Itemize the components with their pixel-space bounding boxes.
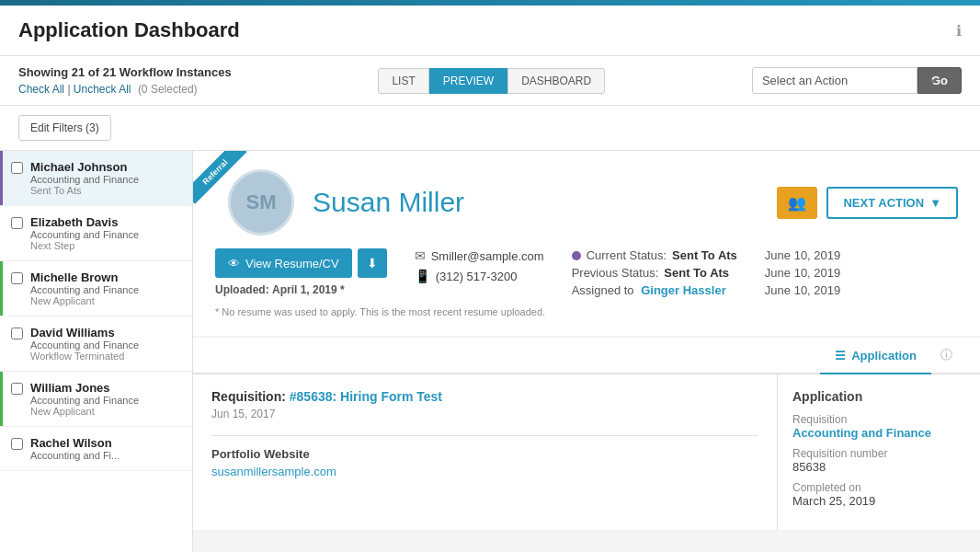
- tab-application[interactable]: ☰Application: [820, 338, 931, 374]
- action-select[interactable]: Select an Action: [752, 67, 917, 94]
- preview-view-button[interactable]: PREVIEW: [429, 68, 507, 94]
- next-action-chevron: ▼: [929, 196, 941, 210]
- assigned-to-link[interactable]: Ginger Hassler: [641, 283, 726, 297]
- email-icon: ✉: [415, 248, 426, 263]
- phone-value: (312) 517-3200: [436, 270, 518, 283]
- sidebar-item-content: Rachel Wilson Accounting and Fi...: [30, 436, 181, 461]
- toolbar-links: Check All | Uncheck All (0 Selected): [18, 83, 232, 96]
- info-icon[interactable]: ℹ: [956, 22, 962, 40]
- main-area: Michael Johnson Accounting and Finance S…: [0, 151, 980, 552]
- edit-filters-button[interactable]: Edit Filters (3): [18, 115, 111, 141]
- phone-row: 📱 (312) 517-3200: [415, 269, 544, 283]
- email-row: ✉ Smiller@sample.com: [415, 248, 544, 263]
- completed-date: March 25, 2019: [792, 494, 965, 508]
- sidebar-item-dept: Accounting and Finance: [30, 229, 181, 240]
- sidebar-item-dept: Accounting and Finance: [30, 174, 181, 185]
- sidebar-item-status: Sent To Ats: [30, 185, 181, 196]
- next-action-button[interactable]: NEXT ACTION ▼: [826, 187, 958, 219]
- referral-ribbon-container: Referral: [193, 151, 252, 210]
- sidebar-item[interactable]: Michael Johnson Accounting and Finance S…: [0, 151, 192, 206]
- content-area: Referral SM Susan Miller 👥 NEXT ACTION ▼: [193, 151, 980, 552]
- uncheck-all-link[interactable]: Uncheck All: [74, 83, 131, 96]
- divider: [211, 435, 758, 436]
- selected-count: (0 Selected): [138, 83, 198, 96]
- dates-section: June 10, 2019 June 10, 2019 June 10, 201…: [765, 248, 840, 297]
- upload-date: Uploaded: April 1, 2019 *: [215, 283, 387, 296]
- date3: June 10, 2019: [765, 283, 840, 297]
- requisition-field-value: Accounting and Finance: [792, 426, 965, 440]
- upload-date-value: April 1, 2019: [272, 283, 337, 296]
- requisition-field-label: Requisition: [792, 413, 965, 426]
- view-resume-label: View Resume/CV: [245, 257, 339, 270]
- sidebar-item-dept: Accounting and Finance: [30, 284, 181, 295]
- sidebar-checkbox[interactable]: [11, 217, 23, 229]
- group-icon-button[interactable]: 👥: [777, 187, 817, 219]
- sidebar-item[interactable]: David Williams Accounting and Finance Wo…: [0, 316, 192, 372]
- sidebar-checkbox[interactable]: [11, 383, 23, 395]
- requisition-link[interactable]: #85638: Hiring Form Test: [290, 389, 442, 404]
- showing-text: Showing 21 of 21 Workflow Instances: [18, 65, 232, 79]
- sidebar-item-content: Michael Johnson Accounting and Finance S…: [30, 160, 181, 196]
- completed-field: Completed on March 25, 2019: [792, 481, 965, 508]
- action-select-wrapper: Select an Action Go: [752, 67, 962, 94]
- candidate-details: 👁 View Resume/CV ⬇ Uploaded: April 1, 20…: [215, 248, 958, 297]
- toolbar-left: Showing 21 of 21 Workflow Instances Chec…: [18, 65, 232, 96]
- sidebar-item-name: Michelle Brown: [30, 270, 181, 284]
- portfolio-link[interactable]: susanmillersample.com: [211, 465, 336, 478]
- sidebar-item-content: William Jones Accounting and Finance New…: [30, 381, 181, 417]
- requisition-label: Requisition:: [211, 389, 286, 404]
- requisition-date: Jun 15, 2017: [211, 408, 758, 420]
- tabs-info-icon[interactable]: ⓘ: [931, 338, 962, 373]
- next-action-label: NEXT ACTION: [843, 196, 924, 210]
- tab-content: Requisition: #85638: Hiring Form Test Ju…: [193, 374, 980, 530]
- assigned-row: Assigned to Ginger Hassler: [572, 283, 737, 297]
- sidebar-item[interactable]: William Jones Accounting and Finance New…: [0, 372, 192, 427]
- sidebar-item-name: William Jones: [30, 381, 181, 395]
- dashboard-view-button[interactable]: DASHBOARD: [507, 68, 605, 94]
- sidebar-checkbox[interactable]: [11, 438, 23, 450]
- toolbar-middle: LIST PREVIEW DASHBOARD: [378, 68, 605, 94]
- current-status-value: Sent To Ats: [672, 248, 737, 262]
- sidebar-item[interactable]: Rachel Wilson Accounting and Fi...: [0, 427, 192, 471]
- portfolio-label: Portfolio Website: [211, 447, 758, 461]
- sidebar-checkbox[interactable]: [11, 272, 23, 284]
- resume-buttons: 👁 View Resume/CV ⬇: [215, 248, 387, 278]
- previous-status-row: Previous Status: Sent To Ats: [572, 266, 737, 280]
- sidebar-item-dept: Accounting and Finance: [30, 395, 181, 406]
- assigned-label: Assigned to: [572, 283, 634, 297]
- phone-icon: 📱: [415, 269, 430, 283]
- action-bar: Select an Action Go: [752, 67, 962, 94]
- sidebar-checkbox[interactable]: [11, 162, 23, 174]
- date1: June 10, 2019: [765, 248, 840, 262]
- page-title: Application Dashboard: [18, 18, 240, 42]
- go-button[interactable]: Go: [917, 67, 962, 94]
- tab-icon: ☰: [835, 349, 846, 362]
- candidate-actions: 👥 NEXT ACTION ▼: [777, 187, 958, 219]
- accent-bar: [0, 427, 3, 470]
- tabs-section: ☰Applicationⓘ Requisition: #85638: Hirin…: [193, 338, 980, 530]
- candidate-name: Susan Miller: [313, 187, 464, 218]
- sidebar-item-name: Michael Johnson: [30, 160, 181, 174]
- check-all-link[interactable]: Check All: [18, 83, 64, 96]
- sidebar-item[interactable]: Michelle Brown Accounting and Finance Ne…: [0, 261, 192, 316]
- tab-main: Requisition: #85638: Hiring Form Test Ju…: [193, 374, 778, 530]
- previous-status-value: Sent To Ats: [664, 266, 729, 280]
- download-button[interactable]: ⬇: [358, 248, 387, 278]
- current-status-row: Current Status: Sent To Ats: [572, 248, 737, 262]
- no-resume-note: * No resume was used to apply. This is t…: [215, 306, 958, 317]
- req-number-value: 85638: [792, 460, 965, 474]
- accent-bar: [0, 151, 3, 205]
- sidebar-item[interactable]: Elizabeth Davis Accounting and Finance N…: [0, 206, 192, 261]
- list-view-button[interactable]: LIST: [378, 68, 428, 94]
- contact-info: ✉ Smiller@sample.com 📱 (312) 517-3200: [415, 248, 544, 283]
- filters-bar: Edit Filters (3): [0, 106, 980, 151]
- sidebar-checkbox[interactable]: [11, 328, 23, 339]
- sidebar: Michael Johnson Accounting and Finance S…: [0, 151, 193, 552]
- app-sidebar-title: Application: [792, 389, 965, 404]
- status-dot: [572, 251, 581, 260]
- sidebar-item-content: David Williams Accounting and Finance Wo…: [30, 326, 181, 362]
- view-resume-button[interactable]: 👁 View Resume/CV: [215, 248, 352, 278]
- accent-bar: [0, 316, 3, 371]
- sidebar-item-dept: Accounting and Fi...: [30, 450, 181, 461]
- requisition-value-link[interactable]: Accounting and Finance: [792, 426, 931, 440]
